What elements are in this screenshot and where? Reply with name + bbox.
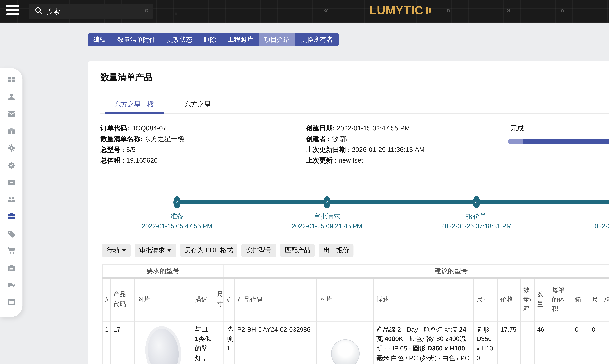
requested-product-photo — [143, 324, 184, 364]
col-header-price: 价格 — [498, 278, 521, 321]
active-tab-indicator — [105, 112, 164, 113]
detail-boq-name: 数量清单名称: 东方之星一楼 — [100, 135, 184, 144]
cell-req-desc: 与L11类似的壁灯，由应急中 — [192, 321, 214, 364]
timeline-step-name: 报价单 — [436, 212, 517, 221]
cell-box: 0 — [572, 321, 589, 364]
cell-sug-size: 圆形 D350 x H100 — [474, 321, 498, 364]
detail-total-volume: 总体积 : 19.165626 — [100, 156, 158, 165]
timeline-step-name: 审批请求 — [286, 212, 368, 221]
id-card-icon[interactable] — [7, 297, 16, 306]
col-header-size-per-box: 尺寸/箱 — [589, 278, 609, 321]
col-header-vol-per-box: 每箱的体积 — [549, 278, 572, 321]
approval-request-dropdown-button[interactable]: 审批请求 — [135, 244, 176, 257]
col-header-num: # — [102, 278, 111, 321]
boq-products-card: 数量清单产品 + 添加 东方之星一楼 东方之星 订单代码: BOQ084-07 … — [88, 61, 609, 364]
action-delete[interactable]: 删除 — [198, 33, 222, 46]
package-icon[interactable] — [7, 127, 16, 135]
col-header-qty: 数量 — [534, 278, 549, 321]
action-project-photos[interactable]: 工程照片 — [222, 33, 259, 46]
tabs-divider — [100, 113, 609, 114]
warehouse-icon[interactable] — [7, 263, 16, 272]
match-products-button[interactable]: 匹配产品 — [280, 244, 315, 257]
table-row[interactable]: 1 L7 与L11类似的壁灯，由应急中 选项 1 P2-BH-DAY24-02-… — [102, 321, 609, 364]
progress-bar — [508, 139, 609, 144]
cell-sug-code: P2-BH-DAY24-02-032986 — [235, 321, 317, 364]
timeline-step-name: 关闭 — [586, 212, 609, 221]
progress-label: 完成 — [510, 124, 524, 133]
col-header-req-size: 尺寸 — [214, 278, 224, 321]
decor-chevron: » — [446, 6, 451, 14]
hamburger-menu-icon[interactable] — [6, 5, 21, 18]
save-as-pdf-button[interactable]: 另存为 PDF 格式 — [180, 244, 237, 257]
decor-chevron: « — [144, 6, 149, 14]
page-title: 数量清单产品 — [100, 71, 152, 83]
export-quote-button[interactable]: 出口报价 — [319, 244, 354, 257]
detail-order-code: 订单代码: BOQ084-07 — [100, 124, 166, 133]
cell-price: 17.75 — [498, 321, 521, 364]
briefcase-icon-active[interactable] — [7, 212, 16, 221]
timeline-step-date: 2022-01-26 07:18:31 PM — [428, 223, 525, 230]
cell-qty: 46 — [534, 321, 549, 364]
side-nav — [0, 68, 22, 317]
action-edit[interactable]: 编辑 — [88, 33, 112, 46]
tab-dongfangzhixing[interactable]: 东方之星 — [173, 100, 222, 109]
page: 搜索 « « » » » « LUMYTIC T — [0, 0, 609, 364]
caret-down-icon — [122, 249, 126, 252]
timeline-step-name: 准备 — [136, 212, 218, 221]
col-header-req-desc: 描述 — [192, 278, 214, 321]
action-change-owner[interactable]: 更换所有者 — [295, 33, 338, 46]
tag-icon[interactable] — [7, 229, 16, 238]
group-header-requested: 要求的型号 — [102, 264, 224, 278]
cell-size-per-box: 0 — [589, 321, 609, 364]
boq-products-table: 要求的型号 建议的型号 # 产品代码 图片 描述 尺寸 # 产品代码 图片 描述… — [102, 264, 609, 364]
col-header-sug-num: # — [224, 278, 235, 321]
detail-creator: 创建者 : 敏 郭 — [306, 135, 347, 144]
user-icon[interactable] — [7, 92, 16, 101]
col-header-sug-desc: 描述 — [374, 278, 474, 321]
dashboard-icon[interactable] — [7, 76, 16, 84]
cell-sug-num: 选项 1 — [224, 321, 235, 364]
cell-req-code: L7 — [111, 321, 135, 364]
timeline-step-date: 2022-01-26 09:08:29 PM — [578, 223, 609, 230]
caret-down-icon — [167, 249, 171, 252]
team-icon[interactable] — [7, 195, 16, 204]
timeline-line — [177, 200, 609, 204]
actions-dropdown-button[interactable]: 行动 — [102, 244, 131, 257]
quality-badge-icon[interactable] — [7, 161, 16, 169]
detail-last-updated-date: 上次更新日期 : 2026-01-29 11:36:13 AM — [306, 145, 425, 154]
mail-nav-icon[interactable] — [7, 109, 16, 118]
group-header-suggested: 建议的型号 — [224, 264, 609, 278]
top-bar: 搜索 « « » » » « LUMYTIC T — [0, 0, 609, 23]
search-placeholder: 搜索 — [46, 7, 60, 16]
arrange-models-button[interactable]: 安排型号 — [242, 244, 276, 257]
timeline-node-prepare: ✓ — [173, 196, 181, 208]
timeline-step-date: 2022-01-15 05:47:55 PM — [128, 223, 225, 230]
detail-total-models: 总型号 : 5/5 — [100, 145, 136, 154]
action-boq-attachments[interactable]: 数量清单附件 — [112, 33, 161, 46]
col-header-qty-per-box: 数量/箱 — [521, 278, 534, 321]
cell-vol-per-box — [549, 321, 572, 364]
search-input[interactable]: 搜索 — [29, 3, 153, 19]
cart-icon[interactable] — [7, 246, 16, 255]
decor-chevron: » — [507, 6, 511, 14]
cell-sug-desc: 產品線 2 - Day - 舱壁灯 明装 24瓦 4000K - 显色指数 80… — [374, 321, 474, 364]
col-header-req-code: 产品代码 — [111, 278, 135, 321]
timeline-node-approval: ✓ — [323, 196, 331, 208]
record-action-bar: 编辑 数量清单附件 更改状态 删除 工程照片 项目介绍 更换所有者 — [88, 33, 338, 46]
settings-gear-icon[interactable] — [7, 144, 16, 152]
action-project-intro[interactable]: 项目介绍 — [259, 33, 295, 46]
cell-req-size — [214, 321, 224, 364]
logo-light-icon — [425, 7, 430, 14]
lumytic-logo: LUMYTIC — [369, 3, 430, 17]
col-header-sug-image: 图片 — [317, 278, 374, 321]
cell-qty-per-box — [521, 321, 534, 364]
inbox-icon[interactable] — [7, 178, 16, 186]
col-header-req-image: 图片 — [135, 278, 192, 321]
search-icon — [35, 7, 42, 16]
tab-dongfangzhixing-yilou[interactable]: 东方之星一楼 — [106, 100, 163, 109]
truck-icon[interactable] — [7, 280, 16, 289]
decor-chevron: « — [324, 6, 328, 14]
timeline-node-quotation: ✓ — [473, 196, 480, 208]
action-change-status[interactable]: 更改状态 — [161, 33, 198, 46]
col-header-box: 箱 — [572, 278, 589, 321]
